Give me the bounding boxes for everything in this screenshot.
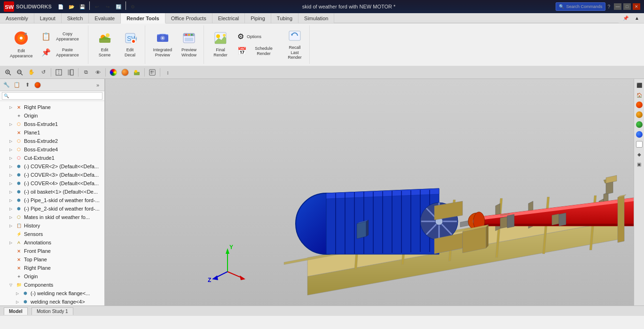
tree-item-welding4[interactable]: ▷ ⬢ welding neck flange<4> <box>0 298 104 306</box>
rotate-btn[interactable]: ↺ <box>38 67 48 78</box>
tab-layout[interactable]: Layout <box>34 13 62 24</box>
maximize-btn[interactable]: □ <box>623 3 631 10</box>
options-btn[interactable]: ⚙ <box>128 1 138 12</box>
schedule-render-label: Schedule Render <box>250 46 278 56</box>
appearance-btn[interactable] <box>120 67 130 78</box>
paste-appearance-label: Paste Appearance <box>54 47 82 58</box>
pin-ribbon[interactable]: 📌 <box>620 13 631 24</box>
save-btn[interactable]: 💾 <box>77 1 87 12</box>
statusbar: Model Motion Study 1 <box>0 306 644 316</box>
tree-item-origin[interactable]: ✦ Origin <box>0 111 104 120</box>
view-settings-btn[interactable]: ⧉ <box>81 67 91 78</box>
edit-scene-button[interactable]: EditScene <box>93 29 117 60</box>
new-btn[interactable]: 📄 <box>55 1 66 12</box>
normal-to-btn[interactable]: ↕ <box>163 67 173 78</box>
rp-btn1[interactable] <box>635 101 644 109</box>
schedule-render-button[interactable]: 📅 Schedule Render <box>234 44 281 59</box>
close-btn[interactable]: ✕ <box>633 3 640 10</box>
rp-btn4[interactable] <box>635 130 644 139</box>
sidebar-filter-input[interactable] <box>2 92 102 100</box>
tree-item-annotations[interactable]: ▷ A Annotations <box>0 238 104 247</box>
tab-render-tools[interactable]: Render Tools <box>121 13 165 24</box>
tree-item-origin2[interactable]: ✦ Origin <box>0 272 104 281</box>
pan-btn[interactable]: ✋ <box>26 67 37 78</box>
zoom-to-fit-btn[interactable] <box>3 67 13 78</box>
final-render-button[interactable]: FinalRender <box>209 29 232 60</box>
undo-btn[interactable]: ↩ <box>92 1 102 12</box>
tab-sketch[interactable]: Sketch <box>62 13 89 24</box>
rp-btn5[interactable] <box>635 140 644 149</box>
view-orient-btn[interactable] <box>147 67 157 78</box>
expand-ribbon[interactable]: ▲ <box>632 13 642 24</box>
tree-item-oil-basket[interactable]: ▷ ⬢ (-) oil basket<1> (Default<<De... <box>0 188 104 196</box>
tab-tubing[interactable]: Tubing <box>271 13 298 24</box>
tab-electrical[interactable]: Electrical <box>212 13 245 24</box>
options-button[interactable]: ⚙ Options <box>234 31 281 43</box>
tab-piping[interactable]: Piping <box>245 13 271 24</box>
preview-window-button[interactable]: PreviewWindow <box>177 29 201 60</box>
copy-appearance-button[interactable]: 📋 Copy Appearance <box>38 29 85 44</box>
expand-sidebar[interactable]: » <box>93 80 102 90</box>
schedule-render-icon: 📅 <box>237 47 247 55</box>
tree-item-sensors[interactable]: ⚡ Sensors <box>0 230 104 238</box>
config-manager-tab[interactable]: ⬆ <box>23 80 32 90</box>
tab-office[interactable]: Office Products <box>165 13 212 24</box>
lighting-btn[interactable] <box>108 67 118 78</box>
appearance-manager-tab[interactable] <box>33 80 42 90</box>
section-view-btn[interactable] <box>54 67 64 78</box>
display-style-btn[interactable] <box>65 67 76 78</box>
rebuild-btn[interactable]: 🔄 <box>113 1 124 12</box>
rp-btn7[interactable]: ▣ <box>635 160 644 168</box>
recall-last-render-button[interactable]: RecallLastRender <box>283 27 306 63</box>
model-tab[interactable]: Model <box>4 307 28 315</box>
tree-item-pipe1[interactable]: ▷ ⬢ (-) Pipe_1-skid of weather ford-... <box>0 196 104 204</box>
svg-point-19 <box>188 34 190 36</box>
tree-item-plane1[interactable]: ✕ Plane1 <box>0 128 104 137</box>
tree-item-right-plane[interactable]: ✕ Right Plane <box>0 264 104 272</box>
tree-item-right-plane-top[interactable]: ▷ ✕ Right Plane <box>0 103 104 111</box>
tree-item-history[interactable]: ▷ 📋 History <box>0 221 104 230</box>
3d-viewport[interactable]: Y Z <box>105 79 634 306</box>
redo-btn[interactable]: ↪ <box>102 1 113 12</box>
rp-btn6[interactable]: ◆ <box>635 150 644 158</box>
tree-item-boss-extrude4[interactable]: ▷ ⬡ Boss-Extrude4 <box>0 145 104 154</box>
tree-item-pipe2[interactable]: ▷ ⬢ (-) Pipe_2-skid of weather ford-... <box>0 204 104 213</box>
edit-appearance-button[interactable]: EditAppearance <box>7 28 36 61</box>
help-icon[interactable]: ? <box>607 4 610 9</box>
minimize-btn[interactable]: — <box>614 3 621 10</box>
search-box[interactable]: 🔍 Search Commands <box>556 2 605 11</box>
tree-item-front-plane[interactable]: ✕ Front Plane <box>0 247 104 255</box>
svg-point-18 <box>185 34 187 36</box>
motion-study-tab[interactable]: Motion Study 1 <box>31 307 73 315</box>
integrated-preview-button[interactable]: IntegratedPreview <box>150 29 176 60</box>
feature-tree-tab[interactable]: 🔧 <box>2 80 11 90</box>
tree-item-boss-extrude2[interactable]: ▷ ⬡ Boss-Extrude2 <box>0 137 104 145</box>
rp-btn2[interactable] <box>635 110 644 119</box>
tab-simulation[interactable]: Simulation <box>298 13 334 24</box>
rp-expand-btn[interactable]: ⬛ <box>635 81 644 89</box>
property-manager-tab[interactable]: 📋 <box>12 80 22 90</box>
document-title: skid of weather ford with NEW MOTOR * <box>142 4 556 9</box>
edit-decal-button[interactable]: SW EditDecal <box>118 29 142 60</box>
rp-btn3[interactable] <box>635 120 644 129</box>
rp-home-btn[interactable]: 🏠 <box>635 91 644 99</box>
tab-evaluate[interactable]: Evaluate <box>89 13 121 24</box>
tree-item-top-plane[interactable]: ✕ Top Plane <box>0 255 104 264</box>
tree-item-cover3[interactable]: ▷ ⬢ (-) COVER<3> (Default<<Defa... <box>0 171 104 179</box>
svg-rect-44 <box>152 72 154 74</box>
svg-point-39 <box>134 70 137 73</box>
history-icon: 📋 <box>15 222 23 229</box>
scene-btn[interactable] <box>132 67 142 78</box>
tab-assembly[interactable]: Assembly <box>0 13 34 24</box>
zoom-in-btn[interactable] <box>15 67 25 78</box>
tree-item-cover2[interactable]: ▷ ⬢ (-) COVER<2> (Default<<Defa... <box>0 162 104 171</box>
tree-item-boss-extrude1[interactable]: ▷ ⬡ Boss-Extrude1 <box>0 120 104 128</box>
tree-item-cover4[interactable]: ▷ ⬢ (-) COVER<4> (Default<<Defa... <box>0 179 104 188</box>
tree-item-welding1[interactable]: ▷ ⬢ (-) welding neck flange<... <box>0 289 104 298</box>
tree-item-cut-extrude1[interactable]: ▷ ⬡ Cut-Extrude1 <box>0 154 104 162</box>
tree-item-mates[interactable]: ▷ ⬡ Mates in skid of weather fo... <box>0 213 104 221</box>
open-btn[interactable]: 📂 <box>66 1 77 12</box>
tree-item-components[interactable]: ▽ 📁 Components <box>0 281 104 289</box>
hide-show-btn[interactable]: 👁 <box>93 67 103 78</box>
paste-appearance-button[interactable]: 📌 Paste Appearance <box>38 45 85 60</box>
